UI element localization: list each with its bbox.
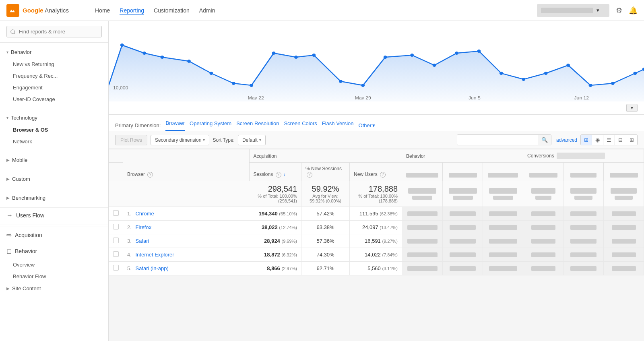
sidebar-item-frequency[interactable]: Frequency & Rec... [0,70,108,82]
secondary-dimension-dropdown[interactable]: Secondary dimension ▾ [151,135,209,145]
site-content-header[interactable]: ▶ Site Content [0,282,108,295]
primary-dimension-label: Primary Dimension: [115,122,161,128]
view-pie-button[interactable]: ◉ [592,135,603,145]
row-browser-1: 2. Firefox [123,221,249,234]
browser-help-icon[interactable]: ? [147,172,153,178]
row-browser-3: 4. Internet Explorer [123,248,249,262]
dimension-tab-screen-resolution[interactable]: Screen Resolution [236,120,279,130]
new-users-help-icon[interactable]: ? [380,172,386,178]
behavior-group-header[interactable]: ▾ Behavior [0,46,108,58]
new-sessions-help-icon[interactable]: ? [307,172,312,178]
row-browser-link-4[interactable]: Safari (in-app) [135,265,168,271]
chart-dot [272,52,276,55]
th-behavior-group: Behavior [402,149,523,163]
row-browser-link-0[interactable]: Chrome [135,211,154,217]
dimension-tab-os[interactable]: Operating System [190,120,231,130]
sidebar-acquisition[interactable]: ⇨ Acquisition [0,227,108,243]
row-browser-link-3[interactable]: Internet Explorer [135,252,174,258]
dimension-tab-browser[interactable]: Browser [165,120,185,131]
logo-text: Google Analytics [23,7,69,14]
nav-admin[interactable]: Admin [199,6,215,15]
row-blurred3-3 [483,248,523,262]
nav-right: ▾ ⚙ 🔔 [537,4,638,17]
account-text [541,8,593,13]
row-checkbox-2[interactable] [113,238,119,243]
row-blurred3-1 [483,221,523,234]
site-content-arrow: ▶ [6,286,10,291]
row-blurred3-0 [483,207,523,221]
row-blurred4-4 [523,262,564,275]
view-table-button[interactable]: ⊞ [581,135,592,145]
sidebar-item-engagement[interactable]: Engagement [0,82,108,93]
sidebar-item-behavior-flow[interactable]: Behavior Flow [0,271,108,282]
sidebar-item-network[interactable]: Network [0,136,108,147]
search-input[interactable] [6,26,102,37]
technology-group-header[interactable]: ▾ Technology [0,112,108,124]
sidebar-users-flow[interactable]: → Users Flow [0,207,108,223]
chart-container: 10,000 May 22 May 29 Jun 5 Jun 12 [109,21,644,101]
sessions-help-icon[interactable]: ? [276,172,281,178]
totals-blurred4 [523,181,564,207]
sort-type-dropdown[interactable]: Default ▾ [238,135,266,145]
mobile-group-header[interactable]: ▶ Mobile [0,154,108,166]
row-blurred3-4 [483,262,523,275]
row-browser-link-1[interactable]: Firefox [135,224,151,230]
conversions-dropdown[interactable] [557,153,605,159]
users-flow-icon: → [6,212,13,219]
table-search-input[interactable] [457,135,538,145]
th-blurred4 [523,163,564,181]
nav-customization[interactable]: Customization [154,6,190,15]
view-bar-button[interactable]: ☰ [603,135,615,145]
sidebar-item-browser-os[interactable]: Browser & OS [0,124,108,136]
row-checkbox-0[interactable] [113,210,119,216]
benchmarking-section: ▶ Benchmarking [0,188,108,207]
table-search-button[interactable]: 🔍 [538,135,551,145]
secondary-dim-arrow: ▾ [203,138,205,142]
acquisition-icon: ⇨ [6,231,12,239]
row-checkbox-3[interactable] [113,251,119,257]
row-new-sessions-0: 57.42% [301,207,350,221]
dimension-other[interactable]: Other ▾ [359,122,376,128]
benchmarking-group-header[interactable]: ▶ Benchmarking [0,192,108,204]
row-check-4 [109,262,123,275]
chart-x-jun5: Jun 5 [469,95,481,100]
chart-dot [384,56,387,59]
sidebar-behavior-main[interactable]: ◻ Behavior [0,243,108,259]
row-new-users-2: 16,591 (9.27%) [350,234,402,248]
th-blurred3 [483,163,523,181]
sidebar-item-new-vs-returning[interactable]: New vs Returning [0,58,108,70]
row-browser-link-2[interactable]: Safari [135,238,149,244]
nav-home[interactable]: Home [95,6,110,15]
totals-blurred1 [402,181,443,207]
benchmarking-label: Benchmarking [12,195,45,201]
chart-dot [187,60,191,63]
data-table-section: Browser ? Acquisition Behavior Conversio… [109,149,644,275]
plot-rows-button[interactable]: Plot Rows [115,135,147,145]
chart-dot [611,82,615,85]
row-checkbox-1[interactable] [113,224,119,229]
table-row: 3. Safari 28,924 (9.69%) 57.36% 16,591 (… [109,234,644,248]
view-custom-button[interactable]: ⊞ [626,135,637,145]
mobile-section: ▶ Mobile [0,151,108,169]
sidebar-item-overview[interactable]: Overview [0,259,108,271]
table-row: 2. Firefox 38,022 (12.74%) 63.38% 24,097… [109,221,644,234]
technology-arrow: ▾ [6,116,8,120]
nav-reporting[interactable]: Reporting [120,6,144,15]
chart-dot [410,54,414,57]
dimension-tab-screen-colors[interactable]: Screen Colors [284,120,317,130]
sort-type-arrow: ▾ [259,138,261,142]
gear-icon[interactable]: ⚙ [616,6,622,15]
th-blurred2 [443,163,483,181]
view-pivot-button[interactable]: ⊟ [615,135,626,145]
advanced-link[interactable]: advanced [556,137,577,143]
custom-group-header[interactable]: ▶ Custom [0,173,108,185]
sidebar-item-userid[interactable]: User-ID Coverage [0,93,108,105]
bell-icon[interactable]: 🔔 [629,6,638,15]
other-arrow: ▾ [372,122,375,128]
row-checkbox-4[interactable] [113,265,119,271]
account-selector[interactable]: ▾ [537,4,609,17]
row-blurred2-2 [443,234,483,248]
dimension-tab-flash[interactable]: Flash Version [322,120,354,130]
segment-button[interactable]: ▾ [626,104,638,112]
chart-dot [232,82,235,85]
